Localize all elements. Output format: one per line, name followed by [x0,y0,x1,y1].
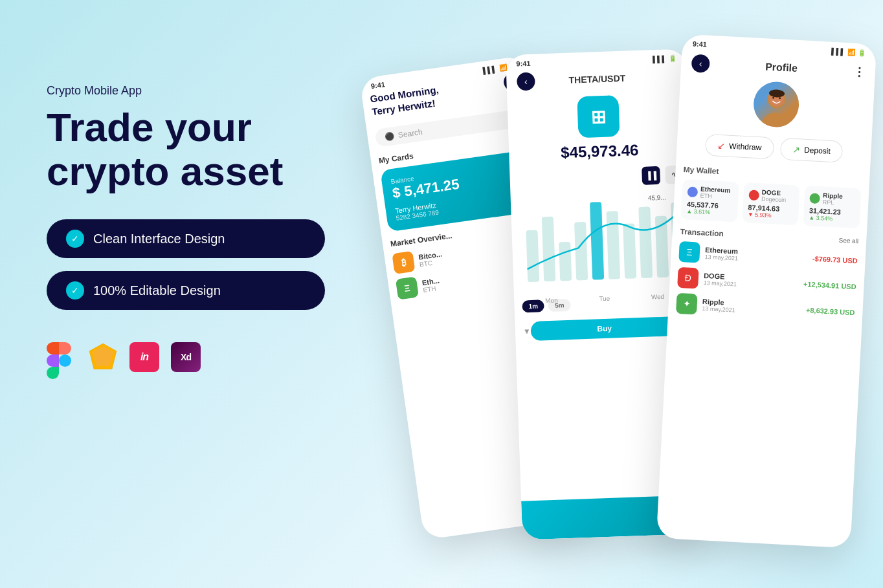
eth-icon: Ξ [396,276,419,299]
app-subtitle: Crypto Mobile App [47,84,390,98]
svg-rect-7 [559,242,572,281]
back-button-3[interactable]: ‹ [691,54,710,72]
left-section: Crypto Mobile App Trade your crypto asse… [47,84,390,372]
btc-icon: ₿ [392,251,415,274]
theta-icon: ⊞ [577,95,620,138]
wallet-doge: DOGE Dogecoin 87,914.63 ▼ 5.93% [742,182,800,225]
svg-rect-9 [590,202,604,280]
tx-eth-icon: Ξ [678,241,700,263]
see-all-link[interactable]: See all [838,236,858,245]
tx-doge-amount: +12,534.91 USD [803,280,856,290]
wallet-section: My Wallet Ethereum ETH 45,537.76 ▲ 3.61% [667,159,870,333]
svg-rect-11 [623,223,636,279]
theta-pair-title: THETA/USDT [568,73,625,85]
eth-info: Eth... ETH [421,265,518,293]
sketch-icon [88,342,118,372]
tools-row: in Xd [47,342,390,372]
figma-icon [47,342,76,372]
eth-dot [687,186,698,197]
wallet-xrp: Ripple RPL 31,421.23 ▲ 3.54% [803,186,862,228]
theta-icon-container: ⊞ $45,973.46 [507,90,690,164]
svg-rect-12 [638,206,653,278]
check-icon-1: ✓ [66,230,84,248]
deposit-icon: ↗ [792,144,801,155]
avatar [752,81,800,129]
invision-icon: in [129,342,159,372]
tx-ethereum: Ξ Ethereum 13 may,2021 -$769.73 USD [678,241,858,271]
badge-clean-interface: ✓ Clean Interface Design [47,219,325,258]
svg-text:45,9...: 45,9... [648,194,666,202]
xd-icon: Xd [171,342,201,372]
theta-price: $45,973.46 [519,140,680,164]
svg-rect-5 [526,230,539,283]
tx-doge: Ð DOGE 13 may,2021 +12,534.91 USD [677,267,856,297]
withdraw-icon: ↙ [717,140,726,151]
withdraw-button[interactable]: ↙ Withdraw [704,134,774,160]
wallet-grid: Ethereum ETH 45,537.76 ▲ 3.61% DOGE Doge… [681,179,862,228]
search-icon: ⚫ [384,131,395,142]
down-arrow-icon: ▼ [523,327,531,336]
svg-point-16 [760,112,790,128]
tx-eth-amount: -$769.73 USD [812,255,858,265]
tx-ripple: ✦ Ripple 13 may,2021 +8,632.93 USD [676,293,855,323]
status-icons-2: ▌▌▌ 🔋 [653,54,677,62]
phones-container: 9:41 ▌▌▌ 📶 🔋 Good Morning,Terry Herwitz!… [352,13,883,576]
more-button[interactable]: ⋮ [853,65,865,80]
xrp-dot [810,193,821,204]
svg-rect-6 [542,217,555,282]
price-chart: 45,9... Mon Tue Wed [510,186,695,296]
deposit-button[interactable]: ↗ Deposit [779,138,843,163]
tx-xrp-icon: ✦ [676,293,698,315]
buy-button[interactable]: Buy [530,316,678,341]
phone-3: 9:41 ▌▌▌ 📶 🔋 ‹ Profile ⋮ [656,34,877,549]
avatar-container [678,77,874,133]
back-button-2[interactable]: ‹ [517,72,535,91]
btc-info: Bitco... BTC [418,240,515,268]
profile-title: Profile [710,58,854,78]
bar-chart-icon[interactable]: ▐▐ [642,166,660,185]
svg-rect-10 [607,211,621,279]
badge-editable-design: ✓ 100% Editable Design [47,271,325,310]
transaction-title: Transaction [680,227,724,239]
wallet-eth: Ethereum ETH 45,537.76 ▲ 3.61% [681,179,739,222]
main-title: Trade your crypto asset [47,105,390,193]
doge-dot [748,190,759,201]
status-icons-3: ▌▌▌ 📶 🔋 [831,47,866,56]
check-icon-2: ✓ [66,281,84,299]
tx-xrp-amount: +8,632.93 USD [806,306,855,316]
svg-rect-8 [574,222,588,281]
tx-doge-icon: Ð [677,267,699,289]
